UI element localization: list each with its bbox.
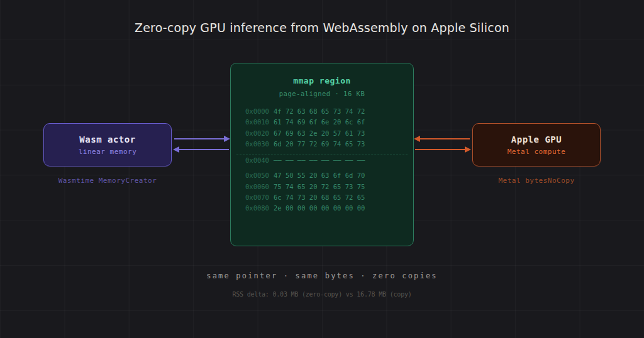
hex-address: 0x0060 [245,183,269,190]
hex-address: 0x0080 [245,204,269,212]
hex-bytes: 6c 74 73 20 68 65 72 65 [274,194,365,201]
hex-row: 0x005047 50 55 20 63 6f 6d 70 [245,170,413,181]
hex-address: 0x0020 [245,129,269,137]
hex-row: 0x00802e 00 00 00 00 00 00 00 [245,203,413,214]
wasm-actor-node: Wasm actor linear memory [43,123,172,166]
wasm-actor-caption: Wasmtime MemoryCreator [13,177,202,185]
hex-address: 0x0030 [245,140,269,148]
arrow-mmap-to-gpu-icon [415,146,471,153]
hex-bytes: 4f 72 63 68 65 73 74 72 [274,107,365,115]
hex-bytes: 61 74 69 6f 6e 20 6c 6f [274,118,365,126]
page-title: Zero-copy GPU inference from WebAssembly… [0,21,644,35]
hex-bytes: 67 69 63 2e 20 57 61 73 [274,129,365,137]
apple-gpu-title: Apple GPU [511,134,562,144]
hex-address: 0x0010 [245,118,269,126]
apple-gpu-subtitle: Metal compute [508,148,566,156]
hex-address: 0x0050 [245,172,269,179]
footer-summary: same pointer · same bytes · zero copies [0,271,644,280]
hex-row-page-boundary: 0x0040── ── ── ── ── ── ── ── [245,155,413,166]
hex-bytes: 2e 00 00 00 00 00 00 00 [274,204,365,212]
wasm-actor-subtitle: linear memory [79,148,137,156]
arrow-wasm-to-mmap-icon [174,136,230,142]
hex-row: 0x001061 74 69 6f 6e 20 6c 6f [245,117,413,128]
hex-bytes: 75 74 65 20 72 65 73 75 [274,183,365,190]
page-boundary-dashed-line [236,155,408,155]
hex-bytes: 47 50 55 20 63 6f 6d 70 [274,172,365,179]
wasm-actor-title: Wasm actor [79,134,135,144]
mmap-region-title: mmap region [231,75,413,87]
hex-dump: 0x00004f 72 63 68 65 73 74 72 0x001061 7… [245,106,413,214]
hex-row: 0x006075 74 65 20 72 65 73 75 [245,182,413,192]
hex-bytes: 6d 20 77 72 69 74 65 73 [274,140,365,148]
hex-address: 0x0070 [245,194,269,201]
hex-row: 0x002067 69 63 2e 20 57 61 73 [245,128,413,139]
hex-bytes: ── ── ── ── ── ── ── ── [274,156,365,164]
hex-row: 0x00004f 72 63 68 65 73 74 72 [245,106,413,117]
arrow-gpu-to-mmap-icon [414,136,470,142]
hex-address: 0x0000 [245,107,269,115]
hex-row: 0x00306d 20 77 72 69 74 65 73 [245,139,413,150]
hex-address: 0x0040 [245,156,269,164]
apple-gpu-node: Apple GPU Metal compute [472,123,601,166]
mmap-region-node: mmap region page-aligned · 16 KB 0x00004… [230,63,414,246]
mmap-region-subtitle: page-aligned · 16 KB [231,89,413,99]
apple-gpu-caption: Metal bytesNoCopy [442,177,631,185]
footer-rss-metric: RSS delta: 0.03 MB (zero-copy) vs 16.78 … [0,291,644,298]
hex-row: 0x00706c 74 73 20 68 65 72 65 [245,192,413,203]
arrow-mmap-to-wasm-icon [173,146,229,153]
